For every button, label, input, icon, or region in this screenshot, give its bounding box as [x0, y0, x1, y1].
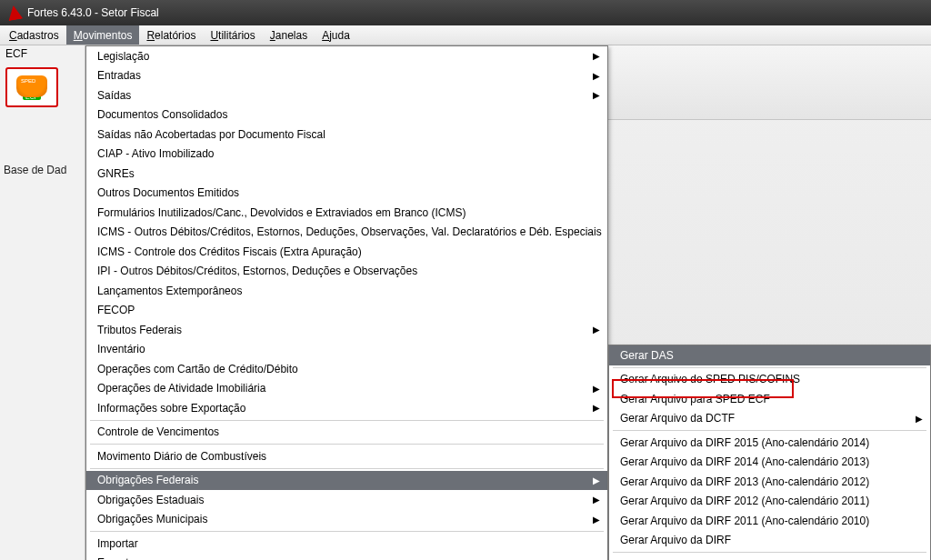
menu-item-label: Operações de Atividade Imobiliária: [97, 382, 265, 395]
obrigacoes-federais-submenu: Gerar DASGerar Arquivo do SPED PIS/COFIN…: [608, 345, 931, 560]
window-title: Fortes 6.43.0 - Setor Fiscal: [27, 6, 159, 19]
menu-item-label: Saídas não Acobertadas por Documento Fis…: [97, 128, 325, 141]
sidebar-title: ECF: [0, 45, 85, 62]
sped-ecf-icon-box[interactable]: ECF: [5, 67, 58, 107]
menu-item-label: Tributos Federais: [97, 324, 182, 336]
obrig-fed-item[interactable]: Gerar Arquivo da DIRF 2014 (Ano-calendár…: [609, 453, 930, 473]
menu-item-label: Importar: [97, 537, 138, 550]
movimentos-item[interactable]: Tributos Federais▶: [86, 320, 607, 340]
movimentos-item[interactable]: Operações com Cartão de Crédito/Débito: [86, 359, 607, 379]
submenu-arrow-icon: ▶: [593, 403, 600, 413]
title-bar: Fortes 6.43.0 - Setor Fiscal: [0, 0, 931, 25]
workspace: ECF ECF Base de Dad Legislação▶Entradas▶…: [0, 45, 931, 560]
menu-separator: [90, 420, 604, 421]
menu-item-label: Gerar Arquivo do SPED PIS/COFINS: [620, 373, 800, 385]
menu-item-label: Gerar DAS: [620, 349, 674, 362]
sidebar-basedados-label: Base de Dad: [0, 164, 66, 176]
movimentos-item[interactable]: Entradas▶: [86, 66, 607, 86]
movimentos-item[interactable]: Obrigações Federais▶: [86, 471, 607, 491]
menu-item-label: Operações com Cartão de Crédito/Débito: [97, 363, 298, 375]
menu-item-label: ICMS - Controle dos Créditos Fiscais (Ex…: [97, 245, 362, 258]
sped-icon: [16, 75, 47, 97]
submenu-arrow-icon: ▶: [593, 51, 600, 61]
menu-item-label: Legislação: [97, 50, 149, 63]
menu-item-label: Gerar Arquivo da DIRF 2011 (Ano-calendár…: [620, 515, 869, 527]
menu-item-label: ICMS - Outros Débitos/Créditos, Estornos…: [97, 225, 602, 238]
obrig-fed-item[interactable]: Gerar Arquivo da DIRF: [609, 531, 930, 551]
movimentos-item[interactable]: Controle de Vencimentos: [86, 423, 607, 443]
menu-item-label: FECOP: [97, 304, 135, 316]
menu-item-label: Obrigações Federais: [97, 474, 198, 486]
movimentos-item[interactable]: FECOP: [86, 301, 607, 321]
movimentos-item[interactable]: Obrigações Estaduais▶: [86, 490, 607, 510]
movimentos-item[interactable]: Importar: [86, 534, 607, 554]
app-icon: [6, 5, 24, 22]
movimentos-item[interactable]: Saídas▶: [86, 85, 607, 105]
menu-item-label: Formulários Inutilizados/Canc., Devolvid…: [97, 206, 466, 219]
obrig-fed-item[interactable]: Gerar Arquivo da DIRF 2013 (Ano-calendár…: [609, 472, 930, 492]
movimentos-item[interactable]: Obrigações Municipais▶: [86, 510, 607, 530]
movimentos-menu: Legislação▶Entradas▶Saídas▶Documentos Co…: [85, 45, 608, 560]
submenu-arrow-icon: ▶: [593, 90, 600, 100]
movimentos-item[interactable]: Inventário: [86, 340, 607, 360]
menu-item-label: Saídas: [97, 89, 131, 102]
menu-item-label: Gerar Arquivo para SPED ECF: [620, 393, 770, 405]
menu-item-label: Lançamentos Extemporâneos: [97, 285, 242, 297]
movimentos-item[interactable]: Movimento Diário de Combustíveis: [86, 446, 607, 466]
submenu-arrow-icon: ▶: [916, 414, 923, 424]
menu-separator: [613, 552, 926, 553]
movimentos-item[interactable]: Lançamentos Extemporâneos: [86, 281, 607, 301]
menu-separator: [90, 444, 604, 445]
movimentos-item[interactable]: ICMS - Outros Débitos/Créditos, Estornos…: [86, 223, 607, 243]
menu-item-label: Obrigações Municipais: [97, 513, 207, 525]
movimentos-item[interactable]: Saídas não Acobertadas por Documento Fis…: [86, 125, 607, 145]
obrig-fed-item[interactable]: Gerar Arquivo da DIRF 2012 (Ano-calendár…: [609, 492, 930, 512]
menu-item-label: Informações sobre Exportação: [97, 402, 245, 415]
menu-separator: [613, 430, 926, 431]
sidebar: ECF ECF Base de Dad: [0, 45, 85, 560]
menu-movimentos[interactable]: Movimentos: [66, 25, 140, 45]
movimentos-item[interactable]: Informações sobre Exportação▶: [86, 398, 607, 418]
menu-item-label: Obrigações Estaduais: [97, 494, 204, 506]
movimentos-item[interactable]: ICMS - Controle dos Créditos Fiscais (Ex…: [86, 242, 607, 262]
menu-separator: [90, 468, 604, 469]
menu-janelas[interactable]: Janelas: [263, 25, 315, 45]
menu-item-label: IPI - Outros Débitos/Créditos, Estornos,…: [97, 265, 417, 277]
obrig-fed-item[interactable]: Gerar DAS: [609, 345, 930, 365]
movimentos-item[interactable]: IPI - Outros Débitos/Créditos, Estornos,…: [86, 262, 607, 282]
submenu-arrow-icon: ▶: [593, 495, 600, 505]
menu-cadastros[interactable]: Cadastros: [2, 25, 66, 45]
menu-item-label: Documentos Consolidados: [97, 108, 227, 121]
movimentos-item[interactable]: Operações de Atividade Imobiliária▶: [86, 379, 607, 399]
menu-separator: [90, 531, 604, 532]
obrig-fed-item[interactable]: Gerar Arquivo da DCTF▶: [609, 409, 930, 429]
menu-relatórios[interactable]: Relatórios: [139, 25, 203, 45]
menu-item-label: CIAP - Ativo Imobilizado: [97, 147, 215, 160]
menu-item-label: Gerar Arquivo da DIRF 2014 (Ano-calendár…: [620, 455, 869, 468]
movimentos-item[interactable]: GNREs: [86, 164, 607, 184]
movimentos-item[interactable]: Exportar: [86, 554, 607, 561]
menu-item-label: Gerar Arquivo da DIRF 2012 (Ano-calendár…: [620, 495, 869, 507]
obrig-fed-item[interactable]: Gerar Arquivo para SPED ECF: [609, 389, 930, 409]
obrig-fed-item[interactable]: Gerar Arquivo da DIRF 2011 (Ano-calendár…: [609, 511, 930, 531]
movimentos-item[interactable]: Formulários Inutilizados/Canc., Devolvid…: [86, 203, 607, 223]
submenu-arrow-icon: ▶: [593, 325, 600, 335]
movimentos-item[interactable]: CIAP - Ativo Imobilizado: [86, 145, 607, 165]
menu-ajuda[interactable]: Ajuda: [315, 25, 357, 45]
menu-bar: CadastrosMovimentosRelatóriosUtilitários…: [0, 25, 931, 45]
obrig-fed-item[interactable]: Gerar Arquivo da DIRF 2015 (Ano-calendár…: [609, 433, 930, 453]
movimentos-item[interactable]: Legislação▶: [86, 46, 607, 66]
menu-item-label: Inventário: [97, 343, 145, 355]
movimentos-item[interactable]: Outros Documentos Emitidos: [86, 184, 607, 204]
menu-item-label: Entradas: [97, 69, 141, 82]
obrig-fed-item[interactable]: Gerar Arquivo da DIPJ 2014 (Ano-calendár…: [609, 555, 930, 560]
menu-item-label: Exportar: [97, 556, 138, 560]
menu-item-label: Outros Documentos Emitidos: [97, 186, 239, 199]
obrig-fed-item[interactable]: Gerar Arquivo do SPED PIS/COFINS: [609, 370, 930, 390]
menu-item-label: Movimento Diário de Combustíveis: [97, 450, 266, 463]
submenu-arrow-icon: ▶: [593, 515, 600, 525]
movimentos-item[interactable]: Documentos Consolidados: [86, 105, 607, 125]
menu-utilitários[interactable]: Utilitários: [203, 25, 262, 45]
menu-item-label: Gerar Arquivo da DIRF 2015 (Ano-calendár…: [620, 436, 869, 449]
menu-item-label: Gerar Arquivo da DCTF: [620, 412, 735, 425]
